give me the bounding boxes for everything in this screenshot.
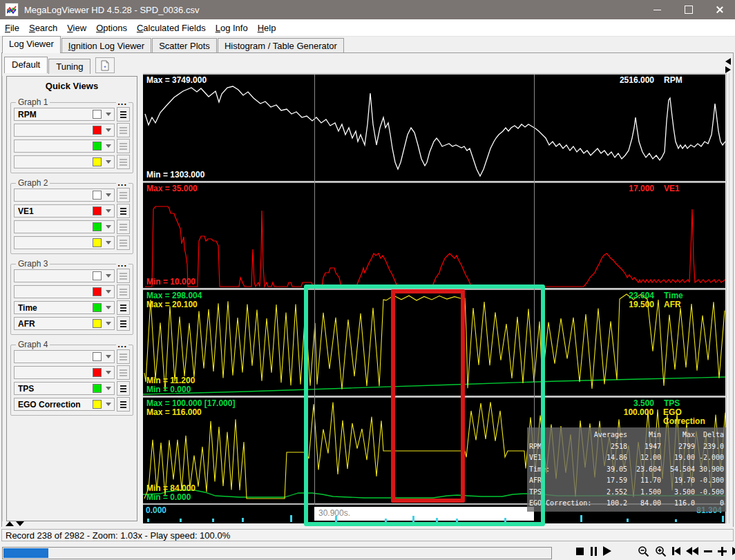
chevron-down-icon (106, 290, 111, 293)
status-bar: Record 238 of 2982 - Zoom: 1.03x - Play … (1, 529, 734, 541)
menu-calculated-fields[interactable]: Calculated Fields (132, 20, 211, 36)
graph1-field4-menu-button[interactable] (117, 155, 130, 169)
menu-view[interactable]: View (62, 20, 91, 36)
collapse-down-icon[interactable] (16, 521, 24, 526)
menu-file[interactable]: File (0, 20, 24, 36)
graph1-field3-select[interactable] (14, 139, 115, 153)
scroll-right-icon[interactable] (725, 66, 731, 73)
graph3-readouts: 23.604Time 19.500AFR (585, 291, 683, 309)
tab-histogram-table-generator[interactable]: Histogram / Table Generator (218, 38, 344, 54)
menu-help[interactable]: Help (253, 20, 281, 36)
graph3-field2-select[interactable] (14, 285, 115, 298)
zoom-in-icon (655, 545, 667, 557)
graph3-field4-menu-button[interactable] (117, 316, 130, 331)
timeline-tick (627, 519, 629, 522)
view-tab-default[interactable]: Default (4, 57, 48, 73)
stop-button[interactable] (574, 543, 586, 559)
graph3-field3-select[interactable]: Time (14, 301, 115, 314)
play-icon (603, 546, 611, 556)
graph4-field4-select[interactable]: EGO Correction (14, 398, 115, 411)
graph1-field3-menu-button[interactable] (117, 139, 130, 153)
graph3-field1-menu-button[interactable] (117, 269, 130, 283)
zoom-in-button[interactable] (653, 543, 669, 559)
timeline-start-label: 0.000 (146, 505, 166, 515)
skip-to-start-button[interactable] (670, 543, 682, 559)
graph4-field4-menu-button[interactable] (117, 397, 130, 412)
graph4-options-button[interactable]: ... (116, 339, 128, 349)
graph1-field1-select[interactable]: RPM (14, 108, 115, 121)
stop-icon (576, 548, 584, 555)
color-swatch (93, 319, 102, 328)
play-button[interactable] (601, 543, 613, 559)
graph4-field2-select[interactable] (14, 366, 115, 379)
graph3-options-button[interactable]: ... (116, 258, 128, 269)
graph4-field1-select[interactable] (14, 350, 115, 363)
progress-fill (3, 548, 48, 558)
graph2-field1-select[interactable] (14, 189, 115, 202)
graph4-field3-select[interactable]: TPS (14, 382, 115, 395)
menu-search[interactable]: Search (24, 20, 62, 36)
pause-icon (591, 547, 593, 556)
close-button[interactable] (704, 0, 735, 19)
graph2-field3-menu-button[interactable] (117, 220, 130, 234)
chevron-down-icon (106, 193, 111, 197)
quick-views-sidebar: Quick Views Graph 1 ... RPM Graph 2 ... … (6, 76, 137, 521)
collapse-up-icon[interactable] (6, 521, 14, 526)
menu-log-info[interactable]: Log Info (211, 20, 253, 36)
graph3-group: Graph 3 ... Time AFR (10, 264, 133, 335)
graph4-field1-menu-button[interactable] (117, 349, 130, 364)
graph2-field2-menu-button[interactable] (117, 204, 130, 218)
chevron-down-icon (106, 128, 111, 132)
graph1-rpm[interactable]: Max = 3749.000 Min = 1303.000 2516.000RP… (143, 75, 725, 181)
stats-row-ve1: VE1:14.8612.0019.00-2.000 (529, 452, 725, 464)
zoom-out-button[interactable] (636, 543, 651, 559)
speed-down-button[interactable] (702, 543, 714, 559)
graph2-ve1[interactable]: Max = 35.000 Min = 10.000 17.000VE1 (143, 183, 725, 288)
graph1-options-button[interactable]: ... (116, 97, 128, 107)
graph2-field4-select[interactable] (14, 236, 115, 249)
svg-text:*: * (104, 64, 107, 71)
fast-forward-button[interactable] (730, 543, 735, 559)
graph2-options-button[interactable]: ... (116, 177, 128, 188)
graph2-field1-menu-button[interactable] (117, 188, 130, 202)
stats-header-row: Averages Min Max Delta (529, 429, 725, 441)
pause-button[interactable] (587, 543, 600, 559)
graph4-field2-menu-button[interactable] (117, 365, 130, 380)
tab-scatter-plots[interactable]: Scatter Plots (152, 38, 217, 54)
graph1-min-label: Min = 1303.000 (146, 171, 204, 180)
stats-row-tps: TPS:2.5521.5003.500-0.500 (529, 487, 725, 499)
graph4-field3-menu-button[interactable] (117, 381, 130, 396)
speed-up-button[interactable] (716, 543, 729, 559)
menu-options[interactable]: Options (91, 20, 132, 36)
graph3-field3-menu-button[interactable] (117, 300, 130, 315)
view-tab-tuning[interactable]: Tuning (48, 59, 90, 74)
record-status-text: Record 238 of 2982 - Zoom: 1.03x - Play … (6, 530, 230, 541)
minimize-icon (653, 10, 661, 10)
graph2-field3-select[interactable] (14, 220, 115, 233)
graph3-field2-menu-button[interactable] (117, 284, 130, 299)
rewind-button[interactable] (684, 543, 700, 559)
tab-log-viewer[interactable]: Log Viewer (2, 36, 61, 53)
new-view-button[interactable]: * (95, 57, 115, 73)
playback-progress-bar[interactable] (2, 547, 552, 559)
fast-forward-icon (732, 547, 735, 555)
minus-icon (704, 550, 712, 552)
chevron-down-icon (106, 160, 111, 164)
graph1-field2-menu-button[interactable] (117, 123, 130, 137)
chevron-down-icon (106, 274, 111, 278)
graph2-max-label: Max = 35.000 (146, 184, 198, 193)
graph1-max-label: Max = 3749.000 (146, 76, 207, 85)
graph1-field4-select[interactable] (14, 155, 115, 168)
tab-ignition-log-viewer[interactable]: Ignition Log Viewer (61, 38, 151, 54)
graph2-field4-menu-button[interactable] (117, 235, 130, 250)
maximize-button[interactable] (673, 0, 704, 19)
graph1-field2-select[interactable] (14, 124, 115, 137)
graph3-field1-select[interactable] (14, 269, 115, 282)
graph1-field1-menu-button[interactable] (117, 107, 130, 122)
color-swatch (93, 142, 102, 151)
chevron-down-icon (106, 322, 111, 325)
graph2-field2-select[interactable]: VE1 (14, 204, 115, 218)
minimize-button[interactable] (642, 0, 673, 19)
graph3-field4-select[interactable]: AFR (14, 317, 115, 330)
scroll-left-icon[interactable] (725, 58, 731, 65)
